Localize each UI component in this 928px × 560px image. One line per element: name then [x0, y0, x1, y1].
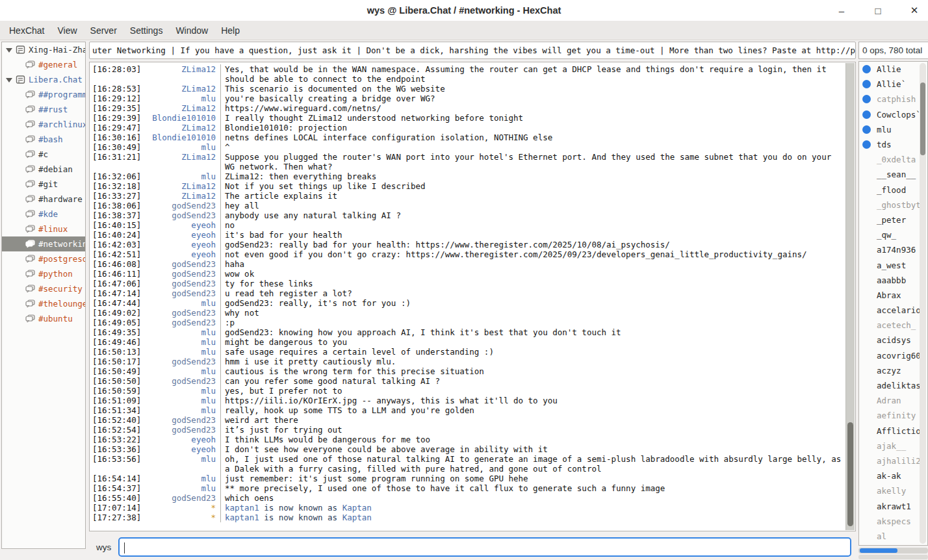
userlist-row[interactable]: _qw_: [859, 227, 927, 242]
message-timestamp: [16:29:39]: [90, 113, 148, 123]
message-nick: ZLima12: [148, 84, 220, 94]
message-text: I think LLMs would be dangerous for me t…: [220, 435, 844, 444]
userlist-row[interactable]: aefinity: [859, 408, 927, 423]
userlist-row[interactable]: a_west: [859, 257, 927, 272]
message-text: godSend23: really bad for your health: h…: [220, 240, 844, 249]
userlist-row[interactable]: acetech_: [859, 318, 927, 333]
menu-item-window[interactable]: Window: [169, 22, 214, 39]
menu-item-view[interactable]: View: [51, 22, 83, 39]
user-name: a174n936: [877, 245, 916, 255]
userlist-row[interactable]: Cowclops`: [859, 107, 927, 122]
expander-down-icon[interactable]: [5, 75, 14, 84]
tree-channel-networking[interactable]: #networking: [2, 236, 85, 251]
userlist-row[interactable]: a174n936: [859, 242, 927, 257]
user-name: akelly: [877, 486, 906, 496]
tree-channel-programming[interactable]: ##programming: [2, 87, 85, 102]
tree-channel-archlinux[interactable]: #archlinux: [2, 117, 85, 132]
userlist-row[interactable]: acovrig60: [859, 348, 927, 363]
tree-channel-security[interactable]: #security: [2, 281, 85, 296]
userlist-row[interactable]: akrawt1: [859, 498, 927, 513]
tree-server-xing-hai-zhan[interactable]: Xing-Hai-Zhan: [2, 42, 85, 57]
tree-channel-rust[interactable]: ##rust: [2, 102, 85, 117]
menu-item-server[interactable]: Server: [84, 22, 123, 39]
userlist-row[interactable]: aaabbb: [859, 273, 927, 288]
tree-channel-linux[interactable]: #linux: [2, 222, 85, 236]
event-nick: kaptan1: [225, 503, 259, 513]
userlist-row[interactable]: mlu: [859, 122, 927, 137]
server-channel-tree: Xing-Hai-Zhan#generalLibera.Chat##progra…: [1, 42, 86, 549]
userlist-row[interactable]: __sean__: [859, 167, 927, 182]
chat-scrollbar-thumb[interactable]: [847, 422, 853, 526]
menu-item-hexchat[interactable]: HexChat: [3, 22, 51, 39]
menu-item-help[interactable]: Help: [214, 22, 246, 39]
tree-channel-python[interactable]: #python: [2, 266, 85, 281]
userlist-row[interactable]: Allie`: [859, 77, 927, 92]
tree-channel-kde[interactable]: #kde: [2, 207, 85, 222]
user-name: aaabbb: [877, 275, 906, 285]
userlist-hscrollbar-thumb[interactable]: [860, 548, 897, 553]
userlist-hscrollbar[interactable]: [858, 548, 928, 554]
tree-channel-thelounge[interactable]: #thelounge: [2, 296, 85, 311]
userlist-scrollbar-thumb[interactable]: [920, 83, 925, 155]
tree-channel-git[interactable]: #git: [2, 177, 85, 192]
tree-channel-debian[interactable]: #debian: [2, 162, 85, 177]
topic-input[interactable]: uter Networking | If you have a question…: [89, 42, 856, 59]
userlist-row[interactable]: acidsys: [859, 333, 927, 348]
user-name: acetech_: [877, 320, 916, 330]
close-icon[interactable]: ✕: [907, 3, 922, 18]
userlist-row[interactable]: _ghostbyte: [859, 197, 927, 212]
userlist-row[interactable]: ak-ak: [859, 468, 927, 483]
userlist-row[interactable]: akspecs: [859, 514, 927, 529]
userlist-row[interactable]: tds: [859, 137, 927, 152]
user-name: _qw_: [877, 230, 896, 240]
channel-name: #ubuntu: [38, 314, 73, 324]
userlist-row[interactable]: Allie: [859, 62, 927, 77]
chat-message-row: [16:55:40]godSend23which oens: [90, 493, 844, 503]
userlist-row[interactable]: aczyz: [859, 363, 927, 378]
tree-channel-general[interactable]: #general: [2, 57, 85, 72]
chat-scrollbar[interactable]: [845, 63, 855, 530]
userlist-row[interactable]: _0xdelta: [859, 152, 927, 167]
userlist-row[interactable]: al: [859, 529, 927, 544]
userlist-row[interactable]: Abrax: [859, 288, 927, 303]
userlist-hscrollbar-track[interactable]: [858, 555, 928, 559]
message-nick: mlu: [148, 474, 220, 483]
userlist-row[interactable]: accelario: [859, 303, 927, 318]
message-text: https://www.wireguard.com/netns/: [220, 103, 844, 113]
userlist-row[interactable]: Affliction: [859, 424, 927, 439]
userlist-scrollbar[interactable]: [920, 63, 926, 544]
chat-bubble-icon: [25, 150, 35, 159]
userlist-row[interactable]: Adran: [859, 393, 927, 408]
tree-channel-ubuntu[interactable]: #ubuntu: [2, 311, 85, 326]
userlist-row[interactable]: ajhalili2: [859, 453, 927, 468]
chat-bubble-icon: [25, 195, 35, 203]
userlist-row[interactable]: _peter: [859, 212, 927, 227]
tree-channel-bash[interactable]: #bash: [2, 132, 85, 147]
message-nick: mlu: [148, 396, 220, 405]
user-name: acidsys: [877, 335, 911, 345]
tree-channel-c[interactable]: #c: [2, 147, 85, 162]
userlist-row[interactable]: catphish: [859, 92, 927, 107]
tree-server-libera.chat[interactable]: Libera.Chat: [2, 72, 85, 87]
message-text: ZLima12: then everything breaks: [220, 172, 844, 181]
chat-message-row: [16:29:35]ZLima12https://www.wireguard.c…: [90, 103, 844, 113]
chat-bubble-icon: [25, 285, 35, 293]
own-nick-label: wys: [96, 542, 111, 552]
chat-bubble-icon: [25, 255, 35, 263]
userlist-row[interactable]: adeliktas: [859, 378, 927, 393]
userlist-row[interactable]: _flood: [859, 183, 927, 197]
menu-item-settings[interactable]: Settings: [123, 22, 170, 39]
message-input[interactable]: [118, 537, 851, 557]
message-timestamp: [16:51:34]: [90, 405, 148, 415]
tree-channel-postgresql[interactable]: #postgresql: [2, 251, 85, 266]
maximize-icon[interactable]: □: [871, 3, 885, 18]
minimize-icon[interactable]: –: [834, 3, 849, 18]
tree-channel-hardware[interactable]: #hardware: [2, 192, 85, 207]
userlist-row[interactable]: ajak__: [859, 439, 927, 453]
chat-message-row: [16:29:39]Blondie101010I really thought …: [90, 113, 844, 123]
message-timestamp: [16:46:11]: [90, 269, 148, 279]
expander-down-icon[interactable]: [5, 45, 14, 55]
message-nick: eyeoh: [148, 444, 220, 454]
user-name: accelario: [877, 305, 921, 315]
userlist-row[interactable]: akelly: [859, 483, 927, 498]
